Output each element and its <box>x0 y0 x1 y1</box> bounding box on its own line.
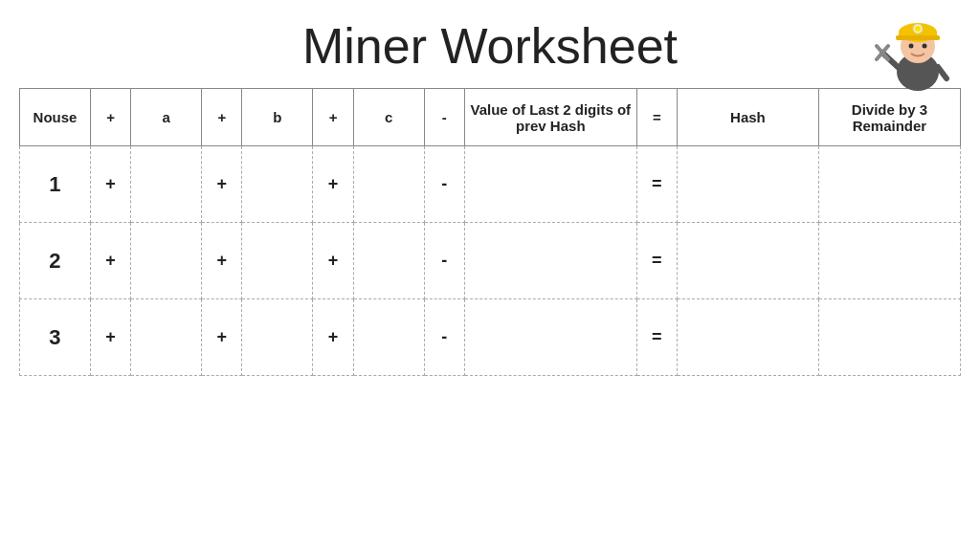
header-nouse: Nouse <box>20 89 91 146</box>
row2-eq: = <box>636 223 677 299</box>
page-title: Miner Worksheet <box>302 17 678 75</box>
row2-c-input[interactable] <box>358 253 420 270</box>
miner-icon <box>875 10 961 96</box>
row1-value[interactable] <box>464 146 636 223</box>
row3-plus3: + <box>313 299 353 376</box>
table-container: Nouse + a + b + c - Value of Last 2 digi… <box>0 88 980 376</box>
row2-plus3: + <box>313 223 353 299</box>
row1-b-input[interactable] <box>246 176 308 193</box>
row3-divide-input[interactable] <box>823 329 956 346</box>
row3-hash[interactable] <box>677 299 818 376</box>
row3-plus2: + <box>202 299 242 376</box>
row1-minus: - <box>424 146 464 223</box>
table-row: 2 + + + - = <box>20 223 961 299</box>
row1-plus2: + <box>202 146 242 223</box>
row3-c-input[interactable] <box>358 329 420 346</box>
header-plus3: + <box>313 89 353 146</box>
header-plus2: + <box>202 89 242 146</box>
row3-num: 3 <box>20 299 91 376</box>
svg-rect-4 <box>896 35 940 40</box>
row2-value-input[interactable] <box>469 253 633 270</box>
row2-num: 2 <box>20 223 91 299</box>
row1-a-input[interactable] <box>135 176 197 193</box>
title-area: Miner Worksheet <box>0 0 980 84</box>
row2-b[interactable] <box>242 223 313 299</box>
row2-a-input[interactable] <box>135 253 197 270</box>
row1-plus1: + <box>90 146 130 223</box>
row2-c[interactable] <box>353 223 424 299</box>
header-row: Nouse + a + b + c - Value of Last 2 digi… <box>20 89 961 146</box>
row1-a[interactable] <box>131 146 202 223</box>
svg-point-5 <box>909 44 914 49</box>
row2-a[interactable] <box>131 223 202 299</box>
header-a: a <box>131 89 202 146</box>
header-minus: - <box>424 89 464 146</box>
row1-c[interactable] <box>353 146 424 223</box>
row1-plus3: + <box>313 146 353 223</box>
row3-b[interactable] <box>242 299 313 376</box>
row1-c-input[interactable] <box>358 176 420 193</box>
header-eq: = <box>636 89 677 146</box>
header-divide: Divide by 3 Remainder <box>818 89 960 146</box>
row1-divide-input[interactable] <box>823 176 956 193</box>
worksheet-table: Nouse + a + b + c - Value of Last 2 digi… <box>19 88 961 376</box>
row1-b[interactable] <box>242 146 313 223</box>
row3-divide[interactable] <box>818 299 960 376</box>
svg-line-10 <box>938 67 947 78</box>
row1-value-input[interactable] <box>469 176 633 193</box>
header-value: Value of Last 2 digits of prev Hash <box>464 89 636 146</box>
svg-point-12 <box>915 26 921 32</box>
row2-b-input[interactable] <box>246 253 308 270</box>
row3-value-input[interactable] <box>469 329 633 346</box>
row3-minus: - <box>424 299 464 376</box>
row2-value[interactable] <box>464 223 636 299</box>
header-hash: Hash <box>677 89 818 146</box>
header-b: b <box>242 89 313 146</box>
row3-eq: = <box>636 299 677 376</box>
row2-divide[interactable] <box>818 223 960 299</box>
row3-c[interactable] <box>353 299 424 376</box>
header-c: c <box>353 89 424 146</box>
row2-plus1: + <box>90 223 130 299</box>
table-row: 3 + + + - = <box>20 299 961 376</box>
row3-b-input[interactable] <box>246 329 308 346</box>
row3-a[interactable] <box>131 299 202 376</box>
row2-hash-input[interactable] <box>681 253 814 270</box>
table-row: 1 + + + - = <box>20 146 961 223</box>
row2-divide-input[interactable] <box>823 253 956 270</box>
header-plus1: + <box>90 89 130 146</box>
row1-eq: = <box>636 146 677 223</box>
row2-minus: - <box>424 223 464 299</box>
row1-num: 1 <box>20 146 91 223</box>
row1-hash[interactable] <box>677 146 818 223</box>
row3-hash-input[interactable] <box>681 329 814 346</box>
row1-divide[interactable] <box>818 146 960 223</box>
row3-a-input[interactable] <box>135 329 197 346</box>
row3-plus1: + <box>90 299 130 376</box>
row2-hash[interactable] <box>677 223 818 299</box>
svg-point-6 <box>923 44 927 49</box>
row1-hash-input[interactable] <box>681 176 814 193</box>
row3-value[interactable] <box>464 299 636 376</box>
page: Miner Worksheet <box>0 0 980 551</box>
row2-plus2: + <box>202 223 242 299</box>
